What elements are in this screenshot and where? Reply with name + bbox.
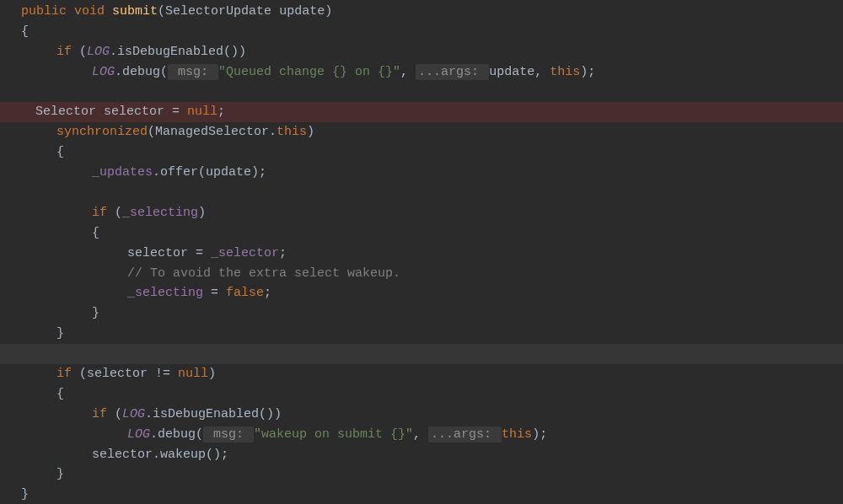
open: (selector != bbox=[72, 367, 178, 381]
param-type: SelectorUpdate bbox=[165, 4, 279, 19]
keyword-this: this bbox=[277, 125, 307, 139]
code-line: selector.wakeup(); bbox=[21, 445, 843, 465]
keyword-this: this bbox=[502, 427, 532, 442]
blank-line bbox=[21, 183, 843, 203]
string-literal: "Queued change {} on {}" bbox=[218, 65, 400, 79]
semi: ; bbox=[217, 105, 225, 119]
close: ) bbox=[307, 125, 314, 139]
code-line: _updates.offer(update); bbox=[21, 163, 843, 183]
dot: .debug( bbox=[115, 65, 168, 79]
end: ); bbox=[580, 65, 595, 79]
open: (ManagedSelector. bbox=[148, 125, 277, 139]
static-field-log: LOG bbox=[122, 407, 145, 421]
keyword-if: if bbox=[56, 45, 72, 59]
close: ) bbox=[208, 367, 216, 381]
param-hint-args: ...args: bbox=[428, 426, 502, 442]
end: ); bbox=[532, 427, 547, 442]
type: Selector bbox=[35, 105, 104, 119]
call: selector.wakeup(); bbox=[92, 448, 228, 462]
code-line: if (selector != null) bbox=[21, 364, 843, 384]
open: ( bbox=[107, 206, 122, 220]
semi: ; bbox=[264, 286, 271, 300]
code-line: } bbox=[21, 324, 843, 344]
call: .isDebugEnabled()) bbox=[145, 407, 282, 421]
semi: ; bbox=[279, 246, 287, 260]
code-line: // To avoid the extra select wakeup. bbox=[21, 264, 843, 284]
eq: = bbox=[203, 286, 226, 300]
code-line: { bbox=[21, 384, 843, 405]
code-line: public void submit(SelectorUpdate update… bbox=[21, 2, 843, 22]
comma: , bbox=[413, 427, 428, 442]
code-editor[interactable]: public void submit(SelectorUpdate update… bbox=[0, 0, 843, 504]
code-line: if (LOG.isDebugEnabled()) bbox=[21, 42, 843, 62]
close: ) bbox=[198, 206, 206, 220]
brace: { bbox=[56, 145, 64, 159]
code-line-highlighted: Selector selector = null; bbox=[0, 102, 843, 122]
brace: } bbox=[56, 326, 64, 340]
code-line: { bbox=[21, 22, 843, 42]
brace: { bbox=[21, 24, 29, 39]
brace: } bbox=[56, 467, 64, 481]
blank-line-highlighted bbox=[0, 344, 843, 364]
comma: , bbox=[400, 65, 416, 79]
brace: } bbox=[92, 306, 99, 320]
code-line: } bbox=[21, 464, 843, 485]
method-name: submit bbox=[112, 4, 158, 19]
param-hint-msg: msg: bbox=[168, 64, 218, 80]
brace: { bbox=[56, 387, 64, 401]
code-line: if (_selecting) bbox=[21, 203, 843, 223]
code-line: LOG.debug( msg: "Queued change {} on {}"… bbox=[21, 62, 843, 83]
comment: // To avoid the extra select wakeup. bbox=[127, 266, 400, 281]
code-line: _selecting = false; bbox=[21, 283, 843, 303]
code-line: { bbox=[21, 142, 843, 163]
dot: .debug( bbox=[150, 427, 203, 442]
static-field-log: LOG bbox=[87, 45, 110, 59]
open: ( bbox=[107, 407, 122, 421]
keyword-this: this bbox=[550, 65, 580, 79]
keyword-synchronized: synchronized bbox=[56, 125, 148, 139]
param-name: update bbox=[279, 4, 325, 19]
field-selecting: _selecting bbox=[122, 206, 198, 220]
keyword-public: public bbox=[21, 4, 67, 19]
call: .offer(update); bbox=[153, 165, 266, 180]
field-updates: _updates bbox=[92, 165, 153, 180]
field-selecting: _selecting bbox=[127, 286, 203, 300]
code-line: } bbox=[21, 303, 843, 324]
brace: } bbox=[21, 487, 29, 501]
code-line: selector = _selector; bbox=[21, 244, 843, 264]
static-field-log: LOG bbox=[92, 65, 115, 79]
keyword-if: if bbox=[56, 367, 72, 381]
code-line: { bbox=[21, 223, 843, 244]
static-field-log: LOG bbox=[127, 427, 150, 442]
string-literal: "wakeup on submit {}" bbox=[254, 427, 413, 442]
code-line: } bbox=[21, 485, 843, 504]
text: ( bbox=[72, 45, 87, 59]
code-line: LOG.debug( msg: "wakeup on submit {}", .… bbox=[21, 425, 843, 445]
blank-line bbox=[21, 83, 843, 103]
keyword-null: null bbox=[178, 367, 208, 381]
keyword-void: void bbox=[74, 4, 105, 19]
keyword-if: if bbox=[92, 407, 107, 421]
code-line: synchronized(ManagedSelector.this) bbox=[21, 122, 843, 142]
args: update, bbox=[489, 65, 550, 79]
field-selector: _selector bbox=[211, 246, 279, 260]
paren-open: ( bbox=[158, 4, 165, 19]
brace: { bbox=[92, 226, 99, 240]
call: .isDebugEnabled()) bbox=[110, 45, 246, 59]
keyword-null: null bbox=[187, 105, 217, 119]
param-hint-args: ...args: bbox=[416, 64, 489, 80]
keyword-false: false bbox=[226, 286, 264, 300]
var: selector = bbox=[104, 105, 187, 119]
lhs: selector = bbox=[127, 246, 211, 260]
param-hint-msg: msg: bbox=[203, 426, 254, 442]
paren-close: ) bbox=[325, 4, 332, 19]
code-line: if (LOG.isDebugEnabled()) bbox=[21, 405, 843, 425]
keyword-if: if bbox=[92, 206, 107, 220]
